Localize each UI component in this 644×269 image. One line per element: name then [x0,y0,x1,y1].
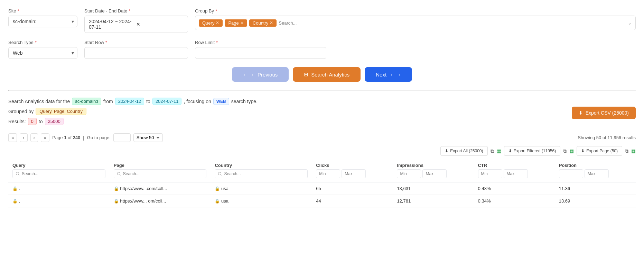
start-row-input[interactable]: 0 [84,47,188,59]
grouped-by-badge: Query, Page, Country [36,108,86,115]
search-type-label: Search Type * [8,40,77,45]
site-required: * [17,8,19,14]
impressions-min-input[interactable] [397,169,421,178]
first-page-button[interactable]: « [8,133,17,142]
search-type-select-wrapper[interactable]: Web [8,47,77,59]
clicks-min-input[interactable] [316,169,340,178]
table-icon: ⊞ [304,71,308,78]
tag-query-close[interactable]: ✕ [216,20,219,25]
divider-bar: | [83,135,84,141]
export-page-button[interactable]: ⬇ Export Page (50) [577,146,622,156]
search-analytics-button[interactable]: ⊞ Search Analytics [293,67,361,82]
info-line-1: Search Analytics data for the sc-domain:… [8,98,258,105]
cell-page-2: 🔒 https://www... om/coll... [110,195,211,207]
copy-all-icon[interactable]: ⧉ [491,148,494,154]
export-all-button[interactable]: ⬇ Export All (25000) [440,146,487,156]
lock-icon-country-2: 🔒 [215,199,220,204]
site-select-wrapper[interactable]: sc-domain: [8,16,77,27]
country-filter-input[interactable] [215,169,308,178]
goto-page-input[interactable]: 1 [113,133,131,142]
ctr-max-input[interactable] [504,169,528,178]
cell-ctr-2: 0.34% [474,195,555,207]
download-page-icon: ⬇ [581,149,585,153]
search-analytics-label: Search Analytics [311,72,349,78]
sheets-all-icon[interactable]: ▦ [497,148,501,154]
date-clear-icon[interactable]: ✕ [136,21,184,27]
ctr-min-input[interactable] [478,169,502,178]
search-type-select[interactable]: Web [8,47,77,59]
next-page-button[interactable]: › [30,133,38,142]
site-select[interactable]: sc-domain: [8,16,77,27]
page-filter-input[interactable] [114,169,207,178]
info-site-badge: sc-domain:l [72,98,101,105]
prev-page-button[interactable]: ‹ [20,133,27,142]
download-all-icon: ⬇ [445,149,448,153]
position-max-input[interactable] [585,169,609,178]
lock-icon-page-1: 🔒 [114,186,119,191]
lock-icon-country-1: 🔒 [215,186,220,191]
export-filtered-button[interactable]: ⬇ Export Filtered (11956) [504,146,561,156]
clicks-max-input[interactable] [342,169,366,178]
sheets-filtered-icon[interactable]: ▦ [569,148,574,154]
copy-page-icon[interactable]: ⧉ [625,148,628,154]
of-label: of [68,135,72,140]
search-type-required: * [35,40,37,45]
last-page-button[interactable]: » [41,133,49,142]
cell-country-1: 🔒 usa [211,182,312,195]
info-suffix: search type. [231,99,258,104]
info-end-date-badge: 2024-07-11 [152,98,182,105]
query-filter-input[interactable] [12,169,105,178]
info-from-label: from [103,99,113,104]
next-button[interactable]: Next → → [365,67,412,82]
date-value: 2024-04-12 ~ 2024-07-11 [89,19,136,30]
tag-country-close[interactable]: ✕ [270,20,273,25]
next-arrow-icon: → [396,72,401,78]
info-line-3: Results: 0 to 25000 [8,118,258,125]
site-label: Site * [8,8,77,14]
date-required: * [129,8,130,14]
tag-page: Page ✕ [225,19,247,27]
next-label: Next → [376,72,393,78]
export-row: ⬇ Export All (25000) ⧉ ▦ ⬇ Export Filter… [8,146,636,156]
tag-page-close[interactable]: ✕ [240,20,244,25]
group-by-input[interactable]: Query ✕ Page ✕ Country ✕ ⌄ [195,16,636,30]
group-by-label: Group By * [195,8,636,14]
cell-query-2: 🔒 . [8,195,110,207]
page-info: Page 1 of 240 [52,135,80,140]
group-by-search-input[interactable] [279,20,626,26]
prev-label: ← Previous [251,72,278,78]
copy-filtered-icon[interactable]: ⧉ [563,148,567,154]
cell-clicks-2: 44 [312,195,393,207]
main-container: Site * sc-domain: Start Date - End Date … [0,0,644,269]
info-start-date-badge: 2024-04-12 [115,98,144,105]
data-table: Query Page Country [8,159,636,207]
export-all-label: Export All (25000) [450,149,483,153]
results-header: Search Analytics data for the sc-domain:… [8,98,636,128]
export-csv-button[interactable]: ⬇ Export CSV (25000) [572,107,636,119]
pagination-row: « ‹ › » Page 1 of 240 | Go to page: 1 Sh… [8,133,636,142]
position-min-input[interactable]: 10 [559,169,583,178]
table-row: 🔒 . 🔒 https://www. .com/coll... 🔒 usa 65… [8,182,636,195]
cell-impressions-2: 12,781 [393,195,474,207]
download-icon: ⬇ [579,110,583,116]
cell-position-1: 11.36 [555,182,636,195]
impressions-max-input[interactable] [422,169,447,178]
grouped-by-label: Grouped by [8,109,34,114]
info-focusing: , focusing on [184,99,211,104]
results-label: Results: [8,119,26,124]
show-select[interactable]: Show 50 [133,133,163,142]
results-from-badge: 0 [28,118,37,125]
export-page-label: Export Page (50) [586,149,618,153]
table-body: 🔒 . 🔒 https://www. .com/coll... 🔒 usa 65… [8,182,636,207]
row-limit-group: Row Limit * 25000 [195,40,326,59]
date-input[interactable]: 2024-04-12 ~ 2024-07-11 ✕ [84,16,188,33]
cell-query-1: 🔒 . [8,182,110,195]
lock-icon-1: 🔒 [12,186,18,191]
info-block: Search Analytics data for the sc-domain:… [8,98,258,128]
sheets-page-icon[interactable]: ▦ [631,148,636,154]
date-label: Start Date - End Date * [84,8,188,14]
row-limit-input[interactable]: 25000 [195,47,326,59]
info-line-2: Grouped by Query, Page, Country [8,108,258,115]
export-filtered-label: Export Filtered (11956) [514,149,556,153]
previous-button[interactable]: ← ← Previous [232,67,289,82]
